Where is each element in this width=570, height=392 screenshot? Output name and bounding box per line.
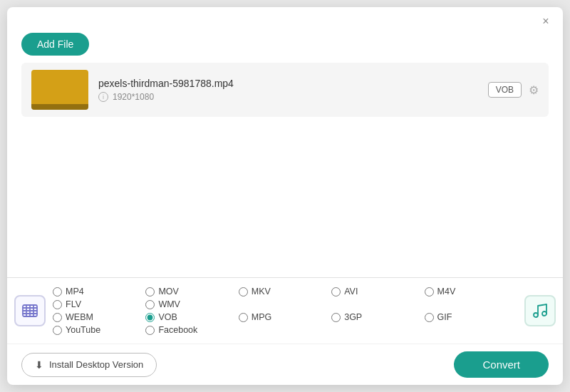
install-desktop-button[interactable]: ⬇ Install Desktop Version (21, 353, 157, 377)
format-option-mkv[interactable]: MKV (239, 287, 331, 296)
convert-button[interactable]: Convert (454, 351, 549, 378)
format-option-avi[interactable]: AVI (331, 287, 424, 296)
format-option-mp4[interactable]: MP4 (53, 287, 145, 296)
format-option-wmv[interactable]: WMV (145, 299, 238, 309)
format-option-gif[interactable]: GIF (425, 312, 517, 322)
file-resolution: 1920*1080 (113, 92, 154, 102)
settings-icon[interactable]: ⚙ (529, 83, 539, 97)
format-option-3gp[interactable]: 3GP (331, 312, 424, 322)
install-label: Install Desktop Version (49, 359, 143, 370)
file-thumbnail (31, 70, 88, 110)
audio-format-icon[interactable] (524, 295, 556, 326)
format-option-youtube[interactable]: YouTube (53, 325, 145, 335)
video-format-icon[interactable] (14, 295, 46, 326)
title-bar: × (7, 7, 563, 29)
format-option-m4v[interactable]: M4V (425, 287, 517, 296)
format-option-vob[interactable]: VOB (145, 312, 238, 322)
close-button[interactable]: × (539, 14, 553, 29)
add-file-button[interactable]: Add File (21, 33, 89, 56)
format-option-flv[interactable]: FLV (53, 299, 145, 309)
format-options-grid: MP4 MOV MKV AVI M4V FLV WMV (53, 287, 517, 335)
svg-point-7 (534, 313, 538, 317)
file-item: pexels-thirdman-5981788.mp4 i 1920*1080 … (21, 63, 549, 117)
file-name: pexels-thirdman-5981788.mp4 (98, 78, 478, 89)
file-meta: i 1920*1080 (98, 92, 478, 102)
header-area: Add File (7, 29, 563, 63)
main-window: × Add File pexels-thirdman-5981788.mp4 i… (7, 7, 563, 385)
format-panel: MP4 MOV MKV AVI M4V FLV WMV (7, 277, 563, 344)
format-option-mpg[interactable]: MPG (239, 312, 331, 322)
format-option-mov[interactable]: MOV (145, 287, 238, 296)
file-info: pexels-thirdman-5981788.mp4 i 1920*1080 (98, 78, 478, 102)
info-icon: i (98, 92, 108, 102)
format-option-facebook[interactable]: Facebook (145, 325, 238, 335)
format-badge[interactable]: VOB (488, 82, 522, 98)
file-actions: VOB ⚙ (488, 82, 539, 98)
footer: ⬇ Install Desktop Version Convert (7, 344, 563, 385)
content-area: pexels-thirdman-5981788.mp4 i 1920*1080 … (7, 63, 563, 277)
download-icon: ⬇ (35, 359, 43, 371)
format-option-webm[interactable]: WEBM (53, 312, 145, 322)
